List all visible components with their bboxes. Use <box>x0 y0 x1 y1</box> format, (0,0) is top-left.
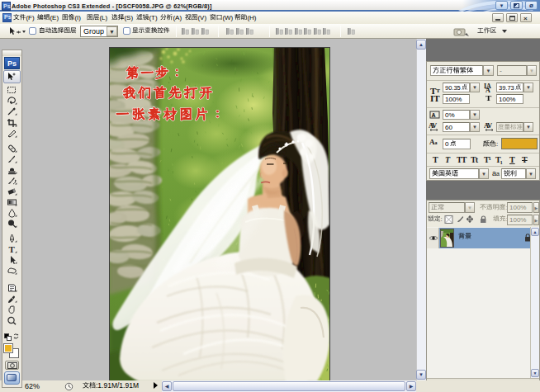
svg-text::: : <box>496 140 498 148</box>
svg-text:(E): (E) <box>50 14 59 21</box>
svg-text:T: T <box>9 244 16 254</box>
svg-text:(F): (F) <box>26 14 35 21</box>
svg-text:(L): (L) <box>99 14 107 21</box>
svg-text:(I): (I) <box>74 14 81 21</box>
svg-text:(S): (S) <box>124 14 133 21</box>
svg-text:A: A <box>486 87 490 92</box>
svg-text:A: A <box>432 112 436 118</box>
svg-text:(A): (A) <box>173 14 182 21</box>
svg-text:(W): (W) <box>222 14 233 21</box>
svg-text:(H): (H) <box>247 14 256 21</box>
svg-text:AV: AV <box>429 121 438 130</box>
svg-text::1.91M/1.91M: :1.91M/1.91M <box>96 381 139 390</box>
svg-text:(T): (T) <box>149 14 158 21</box>
svg-text:(V): (V) <box>197 14 206 21</box>
svg-text::: : <box>441 215 443 223</box>
svg-text:AV: AV <box>484 121 493 130</box>
